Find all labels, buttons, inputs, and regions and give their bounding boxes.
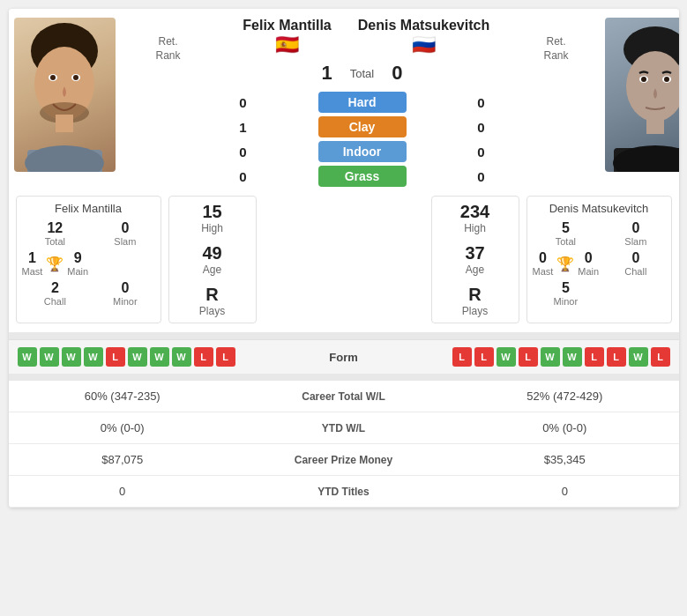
p2-chall-lbl: Chall: [606, 266, 665, 277]
p1-chall-num: 2: [51, 280, 59, 296]
player2-photo-col: [605, 18, 679, 187]
p1-total-score: 1: [322, 62, 332, 85]
p2-hard-score: 0: [473, 95, 490, 110]
p2-mast-cell: 0 Mast 🏆 0 Main: [533, 250, 600, 277]
player2-rank-block: Ret. Rank: [508, 35, 605, 63]
player1-stats-col: Ret. Rank: [120, 18, 217, 187]
p2-clay-score: 0: [473, 120, 490, 135]
player1-name: Felix Mantilla: [226, 18, 349, 33]
p2-grass-score: 0: [473, 169, 490, 184]
p2-mast-num: 0: [533, 250, 554, 266]
p2-total-lbl: Total: [533, 236, 600, 247]
player2-form-badges: LLWLWWLLWL: [452, 347, 670, 367]
p2-chall-cell: 0 Chall: [606, 250, 665, 277]
p2-plays-num: R: [462, 285, 488, 305]
p2-total-cell: 5 Total: [533, 220, 600, 247]
svg-rect-17: [646, 116, 664, 134]
surface-hard-row: 0 Hard 0: [217, 92, 508, 113]
player1-flag: 🇪🇸: [226, 33, 349, 56]
p1-clay-score: 1: [235, 120, 252, 135]
form-badge-p2: L: [474, 347, 494, 367]
divider-2: [9, 374, 679, 381]
form-badge-p2: W: [497, 347, 516, 367]
form-badge-p2: L: [607, 347, 626, 367]
form-badge-p1: W: [84, 347, 103, 367]
player2-photo: [605, 18, 679, 172]
p2-minor-num: 5: [533, 280, 600, 296]
form-badge-p2: W: [563, 347, 582, 367]
p2-age-lbl: Age: [465, 263, 484, 276]
p2-main-num: 0: [578, 250, 599, 266]
p1-indoor-score: 0: [235, 145, 252, 160]
form-badge-p2: L: [519, 347, 538, 367]
p2-minor-lbl: Minor: [533, 296, 600, 307]
player1-detail-name: Felix Mantilla: [22, 202, 155, 215]
p2-main-lbl: Main: [578, 266, 599, 277]
player2-stats-grid: 5 Total 0 Slam 0 Mast 🏆 0 Main: [533, 220, 666, 307]
form-badge-p1: L: [216, 347, 235, 367]
career-stat-label-0: Career Total W/L: [236, 381, 451, 412]
svg-point-5: [73, 75, 78, 80]
p1-minor-num: 0: [95, 280, 154, 296]
form-badge-p2: W: [541, 347, 560, 367]
form-badge-p1: W: [128, 347, 147, 367]
player2-name-area: Denis Matsukevitch 🇷🇺: [349, 18, 499, 58]
p2-high-block: 234 High: [460, 202, 489, 234]
career-stat-label-1: YTD W/L: [236, 412, 451, 444]
p2-high-num: 234: [460, 202, 489, 222]
p1-total-cell: 12 Total: [22, 220, 89, 247]
p1-total-lbl: Total: [22, 236, 89, 247]
surface-clay-row: 1 Clay 0: [217, 116, 508, 137]
form-badge-p1: L: [106, 347, 125, 367]
p1-grass-score: 0: [235, 169, 252, 184]
career-stat-p1-2: $87,075: [9, 444, 236, 476]
career-stat-row: $87,075 Career Prize Money $35,345: [9, 444, 679, 476]
p2-mast-lbl: Mast: [533, 266, 554, 277]
career-stat-p2-3: 0: [451, 476, 678, 508]
p1-age-num: 49: [202, 243, 221, 263]
form-badge-p1: W: [18, 347, 37, 367]
career-stat-p1-3: 0: [9, 476, 236, 508]
p1-total-num: 12: [22, 220, 89, 236]
player1-stats-grid: 12 Total 0 Slam 1 Mast 🏆 9 Main: [22, 220, 155, 307]
p1-mast-lbl: Mast: [22, 266, 43, 277]
p2-plays-lbl: Plays: [462, 305, 488, 317]
career-stat-p2-2: $35,345: [451, 444, 678, 476]
player1-photo: [14, 18, 116, 172]
surface-grass-row: 0 Grass 0: [217, 166, 508, 187]
p1-age-lbl: Age: [202, 263, 221, 276]
p1-slam-num: 0: [95, 220, 154, 236]
main-card: Ret. Rank Felix Mantilla 🇪🇸 Denis Matsuk…: [9, 9, 679, 508]
p1-high-num: 15: [201, 202, 223, 222]
career-stat-row: 0% (0-0) YTD W/L 0% (0-0): [9, 412, 679, 444]
p1-hard-score: 0: [235, 95, 252, 110]
p1-chall-lbl: Chall: [44, 296, 66, 307]
career-stat-p1-1: 0% (0-0): [9, 412, 236, 444]
player2-detail-box: Denis Matsukevitch 5 Total 0 Slam 0 Mast…: [526, 196, 672, 323]
indoor-badge: Indoor: [318, 141, 407, 162]
top-layout: Ret. Rank Felix Mantilla 🇪🇸 Denis Matsuk…: [9, 9, 679, 190]
p2-slam-cell: 0 Slam: [606, 220, 665, 247]
player1-detail-box: Felix Mantilla 12 Total 0 Slam 1 Mast 🏆: [16, 196, 161, 323]
p1-high-block: 15 High: [201, 202, 223, 234]
career-stat-row: 60% (347-235) Career Total W/L 52% (472-…: [9, 381, 679, 412]
p1-chall-row: 2 Chall: [22, 280, 89, 307]
player2-flag: 🇷🇺: [349, 33, 499, 56]
svg-point-9: [25, 145, 104, 172]
p2-total-num: 5: [533, 220, 600, 236]
svg-point-14: [641, 77, 646, 82]
form-badge-p1: W: [150, 347, 169, 367]
form-badge-p1: W: [62, 347, 81, 367]
career-stats-table: 60% (347-235) Career Total W/L 52% (472-…: [9, 381, 679, 508]
p2-chall-num: 0: [606, 250, 665, 266]
player-detail-row: Felix Mantilla 12 Total 0 Slam 1 Mast 🏆: [9, 190, 679, 332]
form-badge-p1: W: [40, 347, 59, 367]
player1-center-stats: 15 High 49 Age R Plays: [168, 196, 257, 323]
p1-plays-num: R: [199, 285, 225, 305]
spacer: [264, 196, 424, 323]
hard-badge: Hard: [318, 92, 407, 113]
p2-age-num: 37: [465, 243, 484, 263]
player2-name: Denis Matsukevitch: [349, 18, 499, 33]
p2-slam-lbl: Slam: [606, 236, 665, 247]
career-stat-p2-1: 0% (0-0): [451, 412, 678, 444]
